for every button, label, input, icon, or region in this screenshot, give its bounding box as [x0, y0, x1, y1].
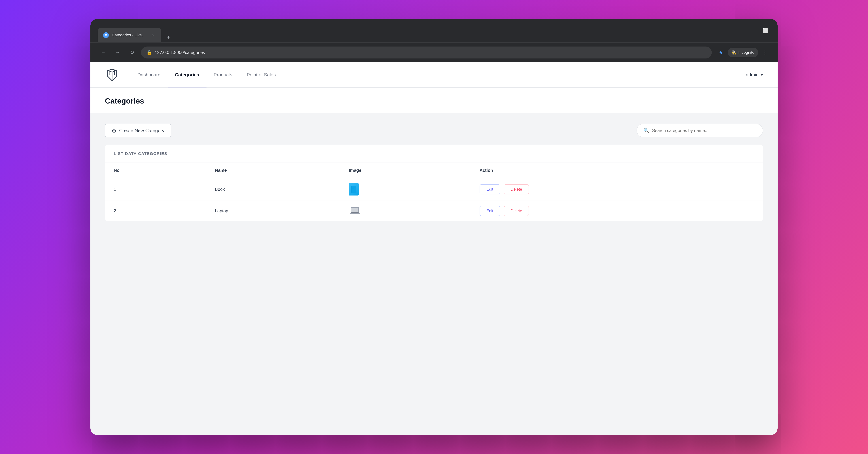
active-tab[interactable]: Categories - Livewire ✕ — [98, 28, 161, 42]
window-maximize-button[interactable]: ⬜ — [760, 26, 770, 36]
search-input[interactable] — [652, 128, 756, 133]
svg-rect-6 — [351, 208, 358, 212]
browser-titlebar: Categories - Livewire ✕ + ⬜ — [90, 19, 778, 42]
browser-window: Categories - Livewire ✕ + ⬜ ← → ↻ 🔒 127.… — [90, 19, 778, 435]
user-menu[interactable]: admin ▾ — [746, 72, 763, 78]
col-header-action: Action — [471, 163, 763, 178]
edit-button-2[interactable]: Edit — [479, 206, 500, 216]
tab-close-button[interactable]: ✕ — [151, 33, 156, 38]
app-logo — [105, 68, 119, 82]
user-label: admin — [746, 72, 758, 78]
page-title: Categories — [105, 97, 763, 105]
app-navbar: Dashboard Categories Products Point of S… — [90, 62, 778, 88]
tab-bar: Categories - Livewire ✕ + — [98, 19, 174, 42]
create-category-button[interactable]: ⊕ Create New Category — [105, 124, 171, 137]
laptop-image-cell — [349, 206, 462, 216]
col-header-image: Image — [340, 163, 471, 178]
nav-reload-button[interactable]: ↻ — [127, 47, 137, 58]
browser-navbar: ← → ↻ 🔒 127.0.0.1:8000/categories ★ 🕵 In… — [90, 42, 778, 62]
incognito-label: Incognito — [738, 50, 754, 55]
action-bar: ⊕ Create New Category 🔍 — [105, 124, 763, 137]
row-image — [340, 178, 471, 201]
table-row: 1 Book — [105, 178, 763, 201]
incognito-icon: 🕵 — [731, 50, 736, 55]
nav-link-categories[interactable]: Categories — [167, 62, 206, 87]
svg-rect-1 — [352, 187, 355, 187]
bookmark-button[interactable]: ★ — [715, 47, 726, 58]
svg-rect-4 — [351, 186, 352, 193]
svg-rect-8 — [353, 213, 356, 214]
table-header: No Name Image Action — [105, 163, 763, 178]
page-body: ⊕ Create New Category 🔍 LIST DATA CATEGO… — [90, 113, 778, 435]
search-icon: 🔍 — [643, 128, 649, 134]
nav-forward-button[interactable]: → — [112, 47, 123, 58]
window-controls: ⬜ — [760, 26, 770, 36]
address-bar[interactable]: 🔒 127.0.0.1:8000/categories — [141, 47, 712, 58]
edit-button-1[interactable]: Edit — [479, 184, 500, 194]
svg-rect-3 — [352, 189, 354, 189]
new-tab-button[interactable]: + — [163, 32, 174, 42]
row-name: Book — [206, 178, 340, 201]
action-buttons-2: Edit Delete — [479, 206, 754, 216]
create-button-label: Create New Category — [119, 128, 164, 134]
page-header: Categories — [90, 88, 778, 113]
row-action: Edit Delete — [471, 201, 763, 221]
tab-title: Categories - Livewire — [112, 33, 148, 37]
browser-menu-button[interactable]: ⋮ — [760, 47, 770, 58]
address-lock-icon: 🔒 — [147, 50, 152, 55]
table-row: 2 Laptop — [105, 201, 763, 221]
col-header-name: Name — [206, 163, 340, 178]
data-table: No Name Image Action 1 Book — [105, 163, 763, 221]
table-section-title: LIST DATA CATEGORIES — [105, 145, 763, 163]
book-image — [349, 183, 359, 196]
create-icon: ⊕ — [112, 127, 116, 134]
search-bar[interactable]: 🔍 — [637, 124, 763, 137]
nav-link-products[interactable]: Products — [207, 62, 240, 87]
row-name: Laptop — [206, 201, 340, 221]
browser-content: Dashboard Categories Products Point of S… — [90, 62, 778, 435]
row-action: Edit Delete — [471, 178, 763, 201]
table-container: LIST DATA CATEGORIES No Name Image Actio… — [105, 145, 763, 221]
nav-link-pos[interactable]: Point of Sales — [240, 62, 283, 87]
svg-rect-2 — [352, 188, 355, 188]
app-nav-links: Dashboard Categories Products Point of S… — [130, 62, 283, 87]
book-image-cell — [349, 183, 462, 196]
incognito-button[interactable]: 🕵 Incognito — [728, 48, 758, 57]
row-no: 1 — [105, 178, 206, 201]
row-no: 2 — [105, 201, 206, 221]
table-body: 1 Book — [105, 178, 763, 221]
delete-button-2[interactable]: Delete — [504, 206, 529, 216]
row-image — [340, 201, 471, 221]
col-header-no: No — [105, 163, 206, 178]
tab-favicon — [103, 32, 109, 38]
nav-link-dashboard[interactable]: Dashboard — [130, 62, 167, 87]
laptop-image — [349, 206, 361, 216]
nav-back-button[interactable]: ← — [98, 47, 108, 58]
user-chevron-icon: ▾ — [761, 72, 763, 78]
action-buttons-1: Edit Delete — [479, 184, 754, 194]
delete-button-1[interactable]: Delete — [504, 184, 529, 194]
address-text: 127.0.0.1:8000/categories — [155, 50, 706, 55]
nav-actions: ★ 🕵 Incognito ⋮ — [715, 47, 770, 58]
